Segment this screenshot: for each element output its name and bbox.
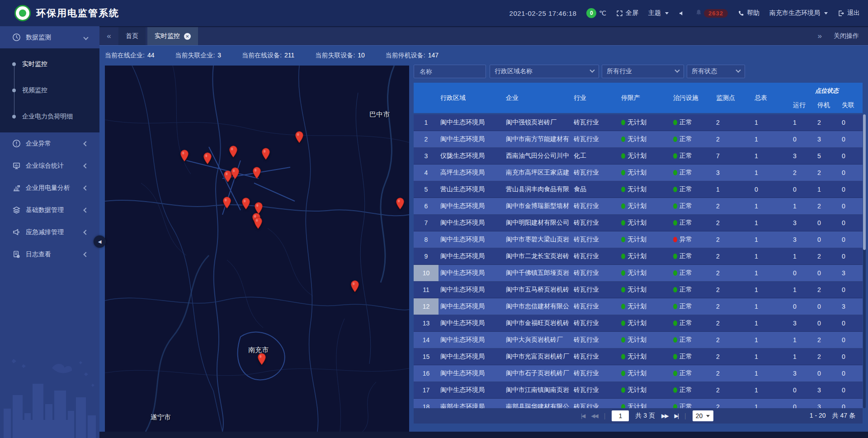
- map-pin-4[interactable]: [295, 131, 304, 143]
- close-operations-button[interactable]: 关闭操作: [834, 32, 859, 40]
- facility-status-label: 正常: [679, 135, 692, 143]
- table-row[interactable]: 13阆中生态环境局阆中市金福旺页岩机砖砖瓦行业无计划正常21300: [414, 315, 863, 332]
- table-row[interactable]: 15阆中生态环境局阆中市光富页岩机砖厂砖瓦行业无计划正常21120: [414, 349, 863, 365]
- sidebar-subitem-2[interactable]: 企业电力负荷明细: [0, 104, 99, 130]
- table-row[interactable]: 17阆中生态环境局阆中市江南镇阆南页岩砖瓦行业无计划正常21030: [414, 382, 863, 399]
- theme-dropdown[interactable]: 主题: [648, 9, 669, 17]
- row-run-cell: 1: [791, 349, 816, 365]
- table-row[interactable]: 2阆中生态环境局阆中市南方节能建材有砖瓦行业无计划正常21030: [414, 131, 863, 148]
- sidebar-item-data-monitor[interactable]: 数据监测: [0, 26, 99, 48]
- map-pin-0[interactable]: [180, 150, 189, 162]
- city-label-巴中市: 巴中市: [369, 110, 390, 118]
- map-pin-15[interactable]: [258, 353, 266, 365]
- tab-首页[interactable]: 首页: [118, 27, 146, 45]
- map-pin-14[interactable]: [351, 280, 359, 292]
- row-stop-cell: 无计划: [619, 332, 671, 348]
- last-page-button[interactable]: ▶|: [675, 413, 678, 419]
- row-meter-cell: 1: [753, 349, 791, 365]
- sidebar-item-logs[interactable]: 日志查看: [0, 243, 99, 265]
- table-row[interactable]: 7阆中生态环境局阆中明阳建材有限公司砖瓦行业无计划正常21300: [414, 215, 863, 231]
- sidebar-nav: 数据监测实时监控视频监控企业电力负荷明细企业异常企业综合统计企业用电量分析基础数…: [0, 26, 99, 265]
- column-header-region: 行政区域: [439, 83, 504, 113]
- volume-button[interactable]: [679, 10, 685, 17]
- row-halt-cell: 3: [816, 131, 840, 147]
- row-lost-cell: 0: [840, 231, 863, 248]
- table-row[interactable]: 5营山生态环境局营山县润丰肉食品有限食品无计划正常10010: [414, 181, 863, 198]
- sidebar-item-emergency[interactable]: 应急减排管理: [0, 221, 99, 243]
- row-index-cell: 15: [414, 349, 439, 365]
- status-filter-select[interactable]: 所有状态: [687, 65, 745, 78]
- map-pin-3[interactable]: [262, 148, 270, 160]
- tab-实时监控[interactable]: 实时监控✕: [147, 27, 198, 45]
- map-pin-7[interactable]: [252, 167, 261, 179]
- row-company-cell: 阆中明阳建材有限公司: [504, 215, 572, 231]
- facility-status-label: 正常: [679, 169, 692, 177]
- fullscreen-button[interactable]: 全屏: [616, 9, 638, 17]
- cityscape-decoration: [0, 341, 99, 438]
- table-row[interactable]: 8阆中生态环境局阆中市枣碧大梁山页岩砖瓦行业无计划异常21300: [414, 231, 863, 248]
- name-filter-input[interactable]: [419, 67, 481, 75]
- first-page-button[interactable]: |◀: [581, 413, 585, 419]
- notification-button[interactable]: 2632: [695, 9, 728, 18]
- map-pin-1[interactable]: [203, 152, 212, 165]
- row-lost-cell: 0: [840, 399, 863, 408]
- sidebar-item-power-analysis[interactable]: 企业用电量分析: [0, 177, 99, 199]
- prev-page-button[interactable]: ◀◀: [591, 413, 597, 419]
- region-filter-select[interactable]: 行政区域名称: [490, 65, 599, 78]
- sidebar-item-enterprise-abnormal[interactable]: 企业异常: [0, 132, 99, 155]
- map-pin-9[interactable]: [242, 198, 250, 210]
- map-pin-12[interactable]: [254, 217, 263, 229]
- sidebar-item-base-data[interactable]: 基础数据管理: [0, 199, 99, 221]
- row-facility-cell: 正常: [671, 181, 714, 198]
- row-region-cell: 南部生态环境局: [439, 399, 504, 408]
- pager-divider: |: [604, 412, 606, 419]
- table-row[interactable]: 4高坪生态环境局南充市高坪区王家店建砖瓦行业无计划正常31220: [414, 165, 863, 181]
- logout-button[interactable]: 退出: [838, 9, 860, 17]
- tab-close-icon[interactable]: ✕: [184, 33, 191, 40]
- scrollbar-thumb[interactable]: [863, 114, 866, 250]
- row-facility-cell: 正常: [671, 298, 714, 315]
- help-button[interactable]: 帮助: [738, 9, 760, 17]
- chevron-left-icon: [83, 141, 88, 146]
- page-number-input[interactable]: [612, 410, 629, 421]
- sidebar-collapse-toggle[interactable]: ◀: [94, 235, 106, 248]
- table-row[interactable]: 11阆中生态环境局阆中市五马桥页岩机砖砖瓦行业无计划正常21120: [414, 282, 863, 298]
- row-index-cell: 8: [414, 231, 439, 248]
- map-pin-8[interactable]: [222, 197, 231, 209]
- table-row[interactable]: 1阆中生态环境局阆中强锐页岩砖厂砖瓦行业无计划正常21120: [414, 114, 863, 131]
- chevron-down-icon: [675, 68, 679, 73]
- industry-filter-select[interactable]: 所有行业: [602, 65, 684, 78]
- fullscreen-icon: [616, 10, 623, 17]
- map-panel[interactable]: 巴中市南充市遂宁市: [105, 66, 409, 432]
- page-size-select[interactable]: 20: [693, 410, 713, 421]
- table-row[interactable]: 3仪陇生态环境局西南油气田分公司川中化工无计划正常71350: [414, 148, 863, 165]
- map-pin-10[interactable]: [254, 202, 263, 214]
- org-dropdown[interactable]: 南充市生态环境局: [769, 9, 828, 17]
- bullet-icon: [12, 62, 16, 66]
- sidebar-subitem-0[interactable]: 实时监控: [0, 51, 99, 77]
- sidebar-item-enterprise-stats[interactable]: 企业综合统计: [0, 155, 99, 177]
- sidebar-subitem-1[interactable]: 视频监控: [0, 77, 99, 104]
- table-row[interactable]: 14阆中生态环境局阆中大兴页岩机砖厂砖瓦行业无计划正常21120: [414, 332, 863, 349]
- table-row[interactable]: 12阆中生态环境局阆中市忠信建材有限公砖瓦行业无计划正常21003: [414, 298, 863, 315]
- tabs-scroll-right-button[interactable]: »: [818, 32, 822, 41]
- tabs-scroll-left-button[interactable]: «: [99, 27, 118, 45]
- table-row[interactable]: 16阆中生态环境局阆中市石子页岩机砖厂砖瓦行业无计划正常21300: [414, 365, 863, 382]
- table-row[interactable]: 18南部生态环境局南部县瑞华建材有限公砖瓦行业无计划正常21030: [414, 399, 863, 408]
- row-run-cell: 3: [791, 148, 816, 164]
- table-row[interactable]: 10阆中生态环境局阆中千佛镇五郎垭页岩砖瓦行业无计划正常21003: [414, 265, 863, 282]
- status-dot-green-icon: [621, 371, 625, 376]
- total-pages-label: 共 3 页: [635, 412, 655, 420]
- row-company-cell: 阆中市南方节能建材有: [504, 131, 572, 147]
- table-row[interactable]: 6阆中生态环境局阆中市金博瑞新型墙材砖瓦行业无计划正常21120: [414, 198, 863, 215]
- map-pin-13[interactable]: [396, 198, 404, 210]
- filter-row: 行政区域名称 所有行业 所有状态: [414, 65, 863, 78]
- map-pin-2[interactable]: [229, 146, 238, 158]
- table-scrollbar[interactable]: [863, 114, 866, 408]
- facility-status-label: 正常: [679, 202, 692, 210]
- table-row[interactable]: 9阆中生态环境局阆中市二龙长宝页岩砖砖瓦行业无计划正常21120: [414, 248, 863, 265]
- next-page-button[interactable]: ▶▶: [661, 413, 668, 419]
- map-pin-6[interactable]: [231, 167, 240, 179]
- row-region-cell: 阆中生态环境局: [439, 114, 504, 131]
- stats-board-icon: [12, 161, 21, 170]
